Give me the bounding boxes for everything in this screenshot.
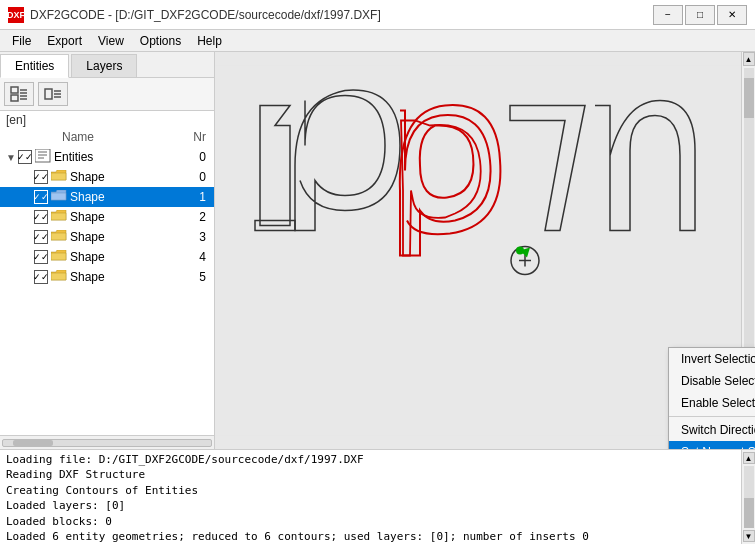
tree-expander bbox=[20, 272, 34, 283]
title-bar: DXF DXF2GCODE - [D:/GIT_DXF2GCODE/source… bbox=[0, 0, 755, 30]
folder-icon bbox=[51, 250, 67, 265]
tree-row[interactable]: ✓ Shape 4 bbox=[0, 247, 214, 267]
svg-rect-6 bbox=[45, 89, 52, 99]
title-bar-left: DXF DXF2GCODE - [D:/GIT_DXF2GCODE/source… bbox=[8, 7, 381, 23]
app-icon: DXF bbox=[8, 7, 24, 23]
status-area: Loading file: D:/GIT_DXF2GCODE/sourcecod… bbox=[0, 449, 755, 544]
ctx-item-label: Disable Selection bbox=[681, 374, 755, 388]
context-menu: Invert Selection Disable Selection Enabl… bbox=[668, 347, 755, 449]
menu-item-options[interactable]: Options bbox=[132, 30, 189, 51]
title-controls: − □ ✕ bbox=[653, 5, 747, 25]
tree-scroll-track bbox=[2, 439, 212, 447]
tree-checkbox[interactable]: ✓ bbox=[34, 210, 48, 224]
tree-label: Entities bbox=[54, 150, 190, 164]
folder-icon bbox=[51, 210, 67, 225]
expand-all-button[interactable] bbox=[4, 82, 34, 106]
tree-label: Shape bbox=[70, 170, 190, 184]
menu-item-help[interactable]: Help bbox=[189, 30, 230, 51]
tree-label: Shape bbox=[70, 210, 190, 224]
tree-horizontal-scrollbar[interactable] bbox=[0, 435, 214, 449]
folder-icon bbox=[51, 230, 67, 245]
ctx-item-label: Invert Selection bbox=[681, 352, 755, 366]
tree-checkbox[interactable]: ✓ bbox=[34, 230, 48, 244]
tab-layers[interactable]: Layers bbox=[71, 54, 137, 77]
entities-icon bbox=[35, 149, 51, 166]
main-layout: Entities Layers bbox=[0, 52, 755, 544]
tree-nr: 2 bbox=[190, 210, 210, 224]
scroll-thumb[interactable] bbox=[744, 78, 754, 118]
menu-bar: FileExportViewOptionsHelp bbox=[0, 30, 755, 52]
tree-nr: 3 bbox=[190, 230, 210, 244]
tab-entities[interactable]: Entities bbox=[0, 54, 69, 78]
menu-item-view[interactable]: View bbox=[90, 30, 132, 51]
log-content: Loading file: D:/GIT_DXF2GCODE/sourcecod… bbox=[0, 450, 741, 544]
menu-item-file[interactable]: File bbox=[4, 30, 39, 51]
context-menu-item-switch-direction[interactable]: Switch Direction bbox=[669, 419, 755, 441]
log-scroll-down-button[interactable]: ▼ bbox=[743, 530, 755, 542]
tree-area[interactable]: ▼ ✓ Entities 0 bbox=[0, 145, 214, 435]
folder-icon bbox=[51, 190, 67, 205]
tree-expander bbox=[20, 212, 34, 223]
context-menu-item-set-nearest-startpoint[interactable]: Set Nearest StartPoint bbox=[669, 441, 755, 449]
title-text: DXF2GCODE - [D:/GIT_DXF2GCODE/sourcecode… bbox=[30, 8, 381, 22]
tree-scroll-thumb[interactable] bbox=[13, 440, 53, 446]
menu-item-export[interactable]: Export bbox=[39, 30, 90, 51]
tree-label: Shape bbox=[70, 250, 190, 264]
left-panel: Entities Layers bbox=[0, 52, 215, 449]
context-menu-item-enable-selection[interactable]: Enable Selection bbox=[669, 392, 755, 414]
tree-nr: 0 bbox=[190, 150, 210, 164]
tree-expander bbox=[20, 172, 34, 183]
tree-row[interactable]: ▼ ✓ Entities 0 bbox=[0, 147, 214, 167]
tree-label: Shape bbox=[70, 230, 190, 244]
tree-expander bbox=[20, 232, 34, 243]
context-menu-separator bbox=[669, 416, 755, 417]
folder-icon bbox=[51, 270, 67, 285]
tree-checkbox[interactable]: ✓ bbox=[34, 170, 48, 184]
tree-nr: 4 bbox=[190, 250, 210, 264]
tree-row[interactable]: ✓ Shape 1 bbox=[0, 187, 214, 207]
tree-nr: 5 bbox=[190, 270, 210, 284]
context-menu-item-invert-selection[interactable]: Invert Selection bbox=[669, 348, 755, 370]
ctx-item-label: Enable Selection bbox=[681, 396, 755, 410]
canvas-area: Invert Selection Disable Selection Enabl… bbox=[215, 52, 755, 449]
log-scroll-thumb[interactable] bbox=[744, 498, 754, 528]
scroll-up-button[interactable]: ▲ bbox=[743, 52, 755, 66]
log-line: Loading file: D:/GIT_DXF2GCODE/sourcecod… bbox=[6, 452, 735, 467]
tree-row[interactable]: ✓ Shape 5 bbox=[0, 267, 214, 287]
log-line: Loaded layers: [0] bbox=[6, 498, 735, 513]
folder-icon bbox=[51, 170, 67, 185]
close-button[interactable]: ✕ bbox=[717, 5, 747, 25]
tree-checkbox[interactable]: ✓ bbox=[34, 190, 48, 204]
svg-rect-0 bbox=[11, 87, 18, 93]
locale-label: [en] bbox=[0, 111, 214, 129]
maximize-button[interactable]: □ bbox=[685, 5, 715, 25]
tree-column-headers: Name Nr bbox=[0, 129, 214, 145]
tree-checkbox[interactable]: ✓ bbox=[18, 150, 32, 164]
svg-rect-1 bbox=[11, 95, 18, 101]
content-area: Entities Layers bbox=[0, 52, 755, 449]
tree-expander[interactable]: ▼ bbox=[4, 152, 18, 163]
ctx-item-label: Set Nearest StartPoint bbox=[681, 445, 755, 449]
context-menu-item-disable-selection[interactable]: Disable Selection bbox=[669, 370, 755, 392]
tree-label: Shape bbox=[70, 270, 190, 284]
col-nr: Nr bbox=[180, 130, 210, 144]
tree-checkbox[interactable]: ✓ bbox=[34, 250, 48, 264]
log-scroll-track bbox=[744, 466, 754, 528]
log-line: Creating Contours of Entities bbox=[6, 483, 735, 498]
ctx-item-label: Switch Direction bbox=[681, 423, 755, 437]
status-wrapper: Loading file: D:/GIT_DXF2GCODE/sourcecod… bbox=[0, 450, 755, 544]
collapse-all-button[interactable] bbox=[38, 82, 68, 106]
tree-expander bbox=[20, 192, 34, 203]
panel-toolbar bbox=[0, 78, 214, 111]
log-scroll-up-button[interactable]: ▲ bbox=[743, 452, 755, 464]
log-vertical-scrollbar[interactable]: ▲ ▼ bbox=[741, 450, 755, 544]
tree-row[interactable]: ✓ Shape 0 bbox=[0, 167, 214, 187]
log-line: Loaded blocks: 0 bbox=[6, 514, 735, 529]
tabs: Entities Layers bbox=[0, 52, 214, 78]
tree-row[interactable]: ✓ Shape 3 bbox=[0, 227, 214, 247]
minimize-button[interactable]: − bbox=[653, 5, 683, 25]
tree-nr: 1 bbox=[190, 190, 210, 204]
app-icon-text: DXF bbox=[7, 10, 25, 20]
tree-row[interactable]: ✓ Shape 2 bbox=[0, 207, 214, 227]
tree-checkbox[interactable]: ✓ bbox=[34, 270, 48, 284]
